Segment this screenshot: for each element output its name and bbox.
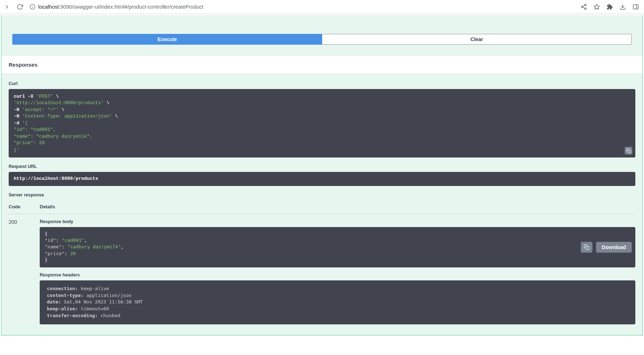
svg-line-6 [583,7,584,8]
browser-toolbar: localhost:9090/swagger-ui/index.html#/pr… [0,0,644,14]
copy-curl-button[interactable] [625,147,632,155]
column-details: Details [40,204,55,209]
svg-rect-12 [628,150,630,152]
svg-point-5 [584,8,586,10]
downloads-icon[interactable] [619,4,626,10]
curl-label: Curl [9,81,635,86]
response-headers-block: connection: keep-alive content-type: app… [40,280,635,324]
svg-point-4 [581,6,583,8]
download-button[interactable]: Download [596,242,632,253]
response-headers-label: Response headers [40,272,635,278]
svg-line-7 [583,5,584,6]
share-icon[interactable] [581,4,587,10]
url-text: localhost:9090/swagger-ui/index.html#/pr… [38,4,203,10]
svg-rect-10 [633,5,638,9]
address-bar[interactable]: localhost:9090/swagger-ui/index.html#/pr… [27,1,577,12]
column-code: Code [9,204,18,209]
response-body-block: { "id": "cad001", "name": "cadbury dairy… [40,227,635,267]
response-row: 200 Response body { "id": "cad001", "nam… [9,214,635,324]
svg-rect-13 [586,247,589,250]
request-url-block: http://localhost:9090/products [9,172,635,186]
try-out-section: Execute Clear [1,15,643,56]
request-url-label: Request URL [9,164,635,169]
copy-response-button[interactable] [581,242,592,253]
execute-button[interactable]: Execute [12,34,322,45]
svg-point-3 [584,4,586,6]
responses-heading: Responses [1,56,643,74]
sidepanel-icon[interactable] [632,4,639,10]
status-code: 200 [9,219,18,324]
extensions-icon[interactable] [606,4,613,10]
reload-icon[interactable] [17,4,23,10]
site-info-icon[interactable] [30,4,35,10]
response-body-label: Response body [40,219,635,224]
svg-marker-8 [594,4,600,9]
operation-block: Execute Clear Responses Curl curl -X 'PO… [1,15,643,336]
server-response-label: Server response [9,192,635,198]
curl-command-block: curl -X 'POST' \ 'http://localhost:9090/… [9,89,635,157]
bookmark-star-icon[interactable] [593,4,600,10]
forward-icon[interactable] [4,4,10,10]
clear-button[interactable]: Clear [322,34,632,45]
